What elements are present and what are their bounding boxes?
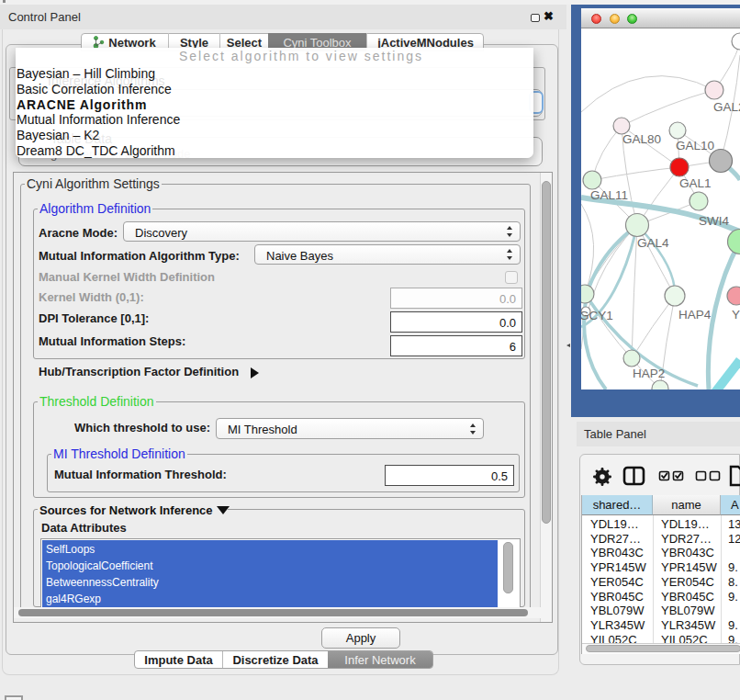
svg-text:SWI4: SWI4: [699, 214, 729, 228]
svg-text:GAL11: GAL11: [590, 188, 628, 202]
svg-text:YE: YE: [732, 308, 740, 322]
svg-text:HAP2: HAP2: [633, 367, 665, 380]
svg-text:GAL10: GAL10: [676, 139, 714, 152]
svg-text:GAL1: GAL1: [679, 176, 712, 190]
svg-text:GAL4: GAL4: [637, 236, 669, 250]
svg-text:HAP4: HAP4: [678, 308, 712, 322]
svg-text:GAL80: GAL80: [622, 132, 661, 146]
svg-text:GAL2: GAL2: [713, 100, 740, 114]
svg-text:GCY1: GCY1: [581, 309, 613, 322]
